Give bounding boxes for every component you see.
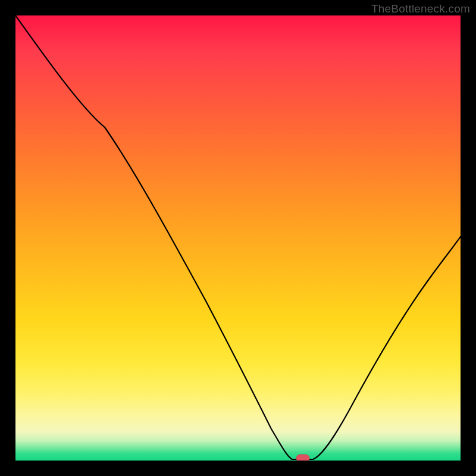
- curve-svg: [15, 15, 461, 461]
- plot-area: [15, 15, 461, 461]
- watermark-text: TheBottleneck.com: [371, 2, 470, 15]
- chart-canvas: TheBottleneck.com: [0, 0, 476, 476]
- bottleneck-curve: [15, 15, 461, 459]
- balance-marker: [296, 455, 309, 461]
